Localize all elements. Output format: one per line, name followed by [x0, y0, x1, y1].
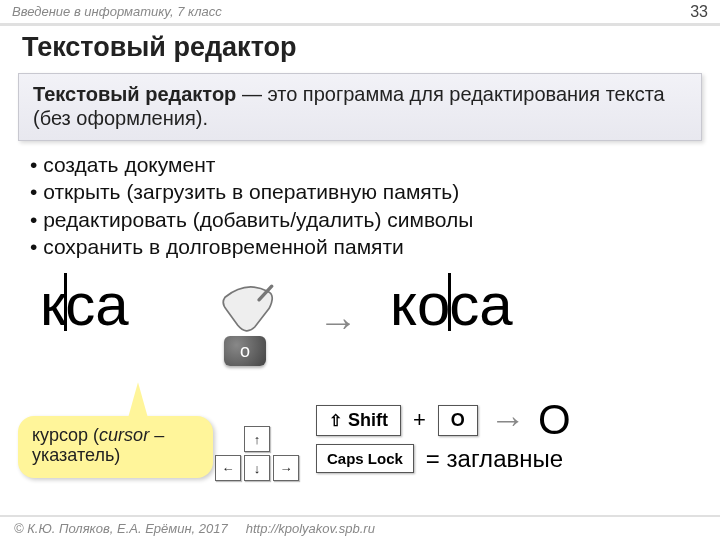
shift-key-icon: ⇧ Shift: [316, 405, 401, 436]
copyright: © К.Ю. Поляков, Е.А. Ерёмин, 2017: [14, 521, 228, 536]
word-after: коса: [390, 270, 513, 339]
lower-row: курсор (cursor – указатель) ↑ ← ↓ → ⇧ Sh…: [0, 386, 720, 521]
arrow-down-key-icon: ↓: [244, 455, 270, 481]
capslock-row: Caps Lock = заглавные: [316, 444, 563, 473]
key-letter: о: [240, 341, 250, 362]
list-item: создать документ: [30, 151, 720, 178]
illustration-row: кса о → коса: [0, 266, 720, 386]
list-item: сохранить в долговременной памяти: [30, 233, 720, 260]
plus-sign: +: [413, 407, 426, 433]
shift-combo-row: ⇧ Shift + O → О: [316, 396, 571, 444]
slide-header: Введение в информатику, 7 класс 33: [0, 0, 720, 26]
bullet-list: создать документ открыть (загрузить в оп…: [0, 149, 720, 260]
word-part: са: [449, 271, 512, 338]
definition-box: Текстовый редактор — это программа для р…: [18, 73, 702, 141]
shift-label: Shift: [348, 410, 388, 431]
arrow-right-icon: →: [490, 399, 526, 441]
capital-o: О: [538, 396, 571, 444]
key-o-icon: о: [224, 336, 266, 366]
arrow-left-key-icon: ←: [215, 455, 241, 481]
word-part: ко: [390, 271, 450, 338]
callout-text: курсор (: [32, 425, 99, 445]
arrow-right-icon: →: [318, 300, 358, 345]
list-item: открыть (загрузить в оперативную память): [30, 178, 720, 205]
slide-footer: © К.Ю. Поляков, Е.А. Ерёмин, 2017 http:/…: [0, 515, 720, 540]
callout-italic: cursor: [99, 425, 149, 445]
arrow-keys-icon: ↑ ← ↓ →: [215, 426, 299, 481]
shift-arrow-icon: ⇧: [329, 411, 342, 430]
word-part: к: [40, 271, 66, 338]
arrow-up-key-icon: ↑: [244, 426, 270, 452]
page-number: 33: [690, 3, 708, 21]
capslock-key-icon: Caps Lock: [316, 444, 414, 473]
arrow-right-key-icon: →: [273, 455, 299, 481]
word-part: са: [65, 271, 128, 338]
o-key-icon: O: [438, 405, 478, 436]
capslock-desc: = заглавные: [426, 445, 563, 473]
cursor-callout: курсор (cursor – указатель): [18, 416, 213, 478]
slide-title: Текстовый редактор: [0, 26, 720, 69]
definition-term: Текстовый редактор: [33, 83, 236, 105]
footer-url: http://kpolyakov.spb.ru: [246, 521, 375, 536]
word-before: кса: [40, 270, 129, 339]
course-label: Введение в информатику, 7 класс: [12, 4, 222, 19]
list-item: редактировать (добавить/удалить) символы: [30, 206, 720, 233]
